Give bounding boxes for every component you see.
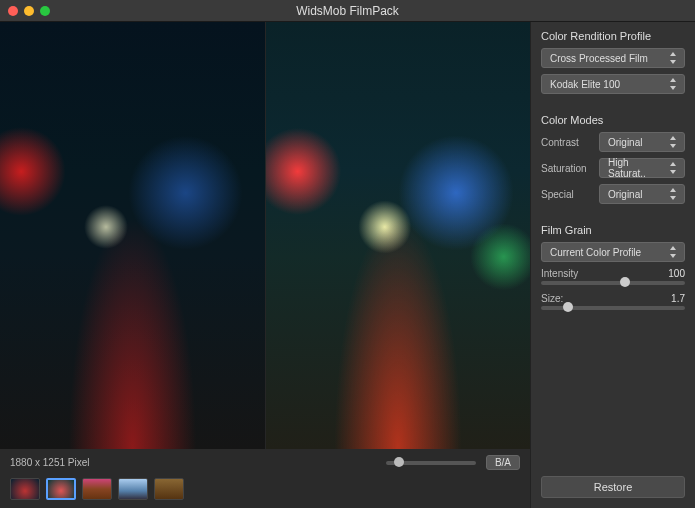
thumbnail[interactable] — [46, 478, 76, 500]
maximize-window-button[interactable] — [40, 6, 50, 16]
color-modes-section: Color Modes Contrast Original Saturation… — [541, 114, 685, 210]
titlebar: WidsMob FilmPack — [0, 0, 695, 22]
contrast-label: Contrast — [541, 137, 593, 148]
updown-icon — [669, 52, 679, 64]
close-window-button[interactable] — [8, 6, 18, 16]
thumbnail[interactable] — [118, 478, 148, 500]
color-rendition-section: Color Rendition Profile Cross Processed … — [541, 30, 685, 100]
intensity-slider[interactable] — [541, 281, 685, 285]
grain-profile-select[interactable]: Current Color Profile — [541, 242, 685, 262]
zoom-slider-knob[interactable] — [394, 457, 404, 467]
film-type-select[interactable]: Cross Processed Film — [541, 48, 685, 68]
contrast-row: Contrast Original — [541, 132, 685, 152]
updown-icon — [669, 162, 679, 174]
updown-icon — [669, 78, 679, 90]
right-panel: Color Rendition Profile Cross Processed … — [530, 22, 695, 508]
special-select[interactable]: Original — [599, 184, 685, 204]
intensity-value: 100 — [668, 268, 685, 279]
grain-profile-value: Current Color Profile — [550, 247, 641, 258]
section-title: Color Modes — [541, 114, 685, 126]
preview-before — [0, 22, 265, 449]
contrast-select[interactable]: Original — [599, 132, 685, 152]
special-row: Special Original — [541, 184, 685, 204]
main-layout: 1880 x 1251 Pixel B/A Color Rendition Pr… — [0, 22, 695, 508]
minimize-window-button[interactable] — [24, 6, 34, 16]
left-panel: 1880 x 1251 Pixel B/A — [0, 22, 530, 508]
saturation-row: Saturation High Saturat.. — [541, 158, 685, 178]
bottom-strip: 1880 x 1251 Pixel B/A — [0, 449, 530, 508]
updown-icon — [669, 136, 679, 148]
thumbnail[interactable] — [154, 478, 184, 500]
updown-icon — [669, 246, 679, 258]
intensity-row: Intensity 100 — [541, 268, 685, 279]
saturation-select[interactable]: High Saturat.. — [599, 158, 685, 178]
film-stock-select[interactable]: Kodak Elite 100 — [541, 74, 685, 94]
preview-after — [266, 22, 531, 449]
thumbnail-strip — [10, 478, 520, 500]
saturation-label: Saturation — [541, 163, 593, 174]
intensity-slider-knob[interactable] — [620, 277, 630, 287]
size-label: Size: — [541, 293, 563, 304]
size-row: Size: 1.7 — [541, 293, 685, 304]
saturation-value: High Saturat.. — [608, 157, 669, 179]
updown-icon — [669, 188, 679, 200]
intensity-label: Intensity — [541, 268, 578, 279]
contrast-value: Original — [608, 137, 642, 148]
film-stock-value: Kodak Elite 100 — [550, 79, 620, 90]
zoom-slider[interactable] — [386, 461, 476, 465]
section-title: Color Rendition Profile — [541, 30, 685, 42]
special-value: Original — [608, 189, 642, 200]
size-slider[interactable] — [541, 306, 685, 310]
traffic-lights — [8, 6, 50, 16]
info-row: 1880 x 1251 Pixel B/A — [10, 455, 520, 470]
film-type-value: Cross Processed Film — [550, 53, 648, 64]
film-grain-section: Film Grain Current Color Profile Intensi… — [541, 224, 685, 318]
window-title: WidsMob FilmPack — [0, 4, 695, 18]
preview-compare[interactable] — [0, 22, 530, 449]
restore-button[interactable]: Restore — [541, 476, 685, 498]
section-title: Film Grain — [541, 224, 685, 236]
image-dimensions: 1880 x 1251 Pixel — [10, 457, 90, 468]
special-label: Special — [541, 189, 593, 200]
thumbnail[interactable] — [10, 478, 40, 500]
before-after-toggle[interactable]: B/A — [486, 455, 520, 470]
size-value: 1.7 — [671, 293, 685, 304]
size-slider-knob[interactable] — [563, 302, 573, 312]
thumbnail[interactable] — [82, 478, 112, 500]
